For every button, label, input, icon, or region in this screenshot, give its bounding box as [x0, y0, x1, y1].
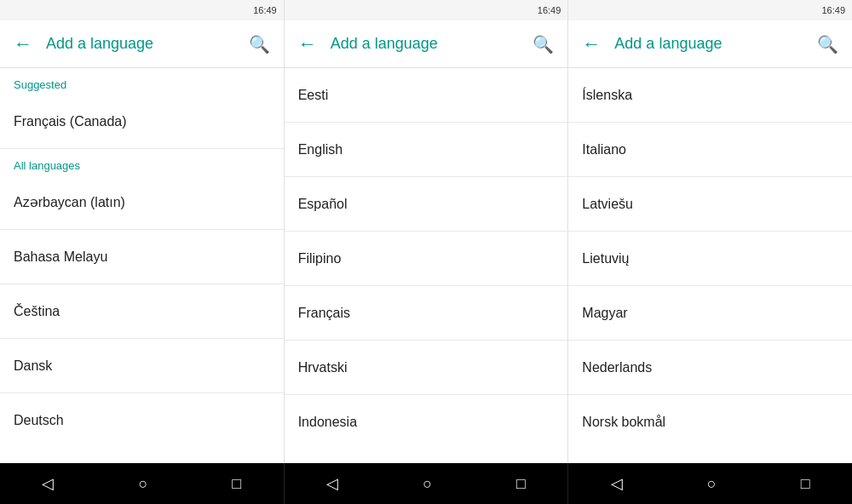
back-nav-button-3[interactable]: ◁ [604, 467, 630, 500]
home-nav-button-3[interactable]: ○ [700, 468, 723, 500]
toolbar-2: ← Add a language 🔍 [285, 20, 568, 68]
status-icons-2: 16:49 [538, 5, 561, 15]
list-item[interactable]: Français (Canada) [0, 94, 284, 149]
nav-bar-panel-1: ◁ ○ □ [0, 463, 285, 504]
list-item[interactable]: Hrvatski [285, 341, 568, 395]
section-header-all: All languages [0, 149, 284, 175]
status-icons-3: 16:49 [821, 5, 845, 15]
nav-bar-panel-2: ◁ ○ □ [285, 463, 569, 504]
search-button-3[interactable]: 🔍 [817, 34, 838, 54]
toolbar-title-2: Add a language [331, 35, 533, 53]
status-icons-1: 16:49 [253, 5, 277, 15]
status-bar: 16:49 16:49 16:49 [0, 0, 852, 20]
list-item[interactable]: Íslenska [568, 68, 852, 123]
toolbar-title-1: Add a language [46, 35, 249, 53]
list-item[interactable]: Deutsch [0, 393, 284, 448]
status-bar-panel-1: 16:49 [0, 0, 285, 20]
recent-nav-button-2[interactable]: □ [509, 468, 532, 500]
recent-nav-button-3[interactable]: □ [794, 468, 817, 500]
list-item[interactable]: Français [285, 286, 568, 341]
list-item[interactable]: Dansk [0, 339, 284, 393]
back-nav-button-1[interactable]: ◁ [35, 467, 60, 500]
list-1: Suggested Français (Canada) All language… [0, 68, 284, 463]
list-item[interactable]: Italiano [568, 123, 852, 177]
back-nav-button-2[interactable]: ◁ [320, 467, 345, 500]
status-time-3: 16:49 [821, 5, 845, 15]
search-button-1[interactable]: 🔍 [249, 34, 270, 54]
home-nav-button-2[interactable]: ○ [416, 468, 439, 500]
list-item[interactable]: Nederlands [568, 341, 852, 395]
panel-2: ← Add a language 🔍 Eesti English Español… [285, 20, 569, 463]
back-button-2[interactable]: ← [298, 33, 317, 55]
list-item[interactable]: Bahasa Melayu [0, 230, 284, 284]
list-item[interactable]: Magyar [568, 286, 852, 341]
panel-3: ← Add a language 🔍 Íslenska Italiano Lat… [568, 20, 852, 463]
list-item[interactable]: English [285, 123, 568, 177]
nav-bar-panel-3: ◁ ○ □ [568, 463, 852, 504]
list-item[interactable]: Azərbaycan (latın) [0, 175, 284, 230]
panel-1: ← Add a language 🔍 Suggested Français (C… [0, 20, 285, 463]
list-item[interactable]: Norsk bokmål [568, 395, 852, 450]
list-item[interactable]: Eesti [285, 68, 568, 123]
recent-nav-button-1[interactable]: □ [225, 468, 248, 500]
list-item[interactable]: Latviešu [568, 177, 852, 232]
list-2: Eesti English Español Filipino Français … [285, 68, 568, 463]
search-button-2[interactable]: 🔍 [532, 34, 554, 54]
home-nav-button-1[interactable]: ○ [131, 468, 154, 500]
section-header-suggested: Suggested [0, 68, 284, 94]
back-button-3[interactable]: ← [582, 33, 601, 55]
status-bar-panel-2: 16:49 [285, 0, 569, 20]
list-item[interactable]: Lietuvių [568, 232, 852, 286]
list-item[interactable]: Español [285, 177, 568, 232]
toolbar-3: ← Add a language 🔍 [568, 20, 852, 68]
status-time-1: 16:49 [253, 5, 277, 15]
list-3: Íslenska Italiano Latviešu Lietuvių Magy… [568, 68, 852, 463]
back-button-1[interactable]: ← [14, 33, 32, 55]
toolbar-1: ← Add a language 🔍 [0, 20, 284, 68]
list-item[interactable]: Filipino [285, 232, 568, 286]
main-content: ← Add a language 🔍 Suggested Français (C… [0, 20, 852, 463]
status-bar-panel-3: 16:49 [568, 0, 852, 20]
status-time-2: 16:49 [538, 5, 561, 15]
nav-bar: ◁ ○ □ ◁ ○ □ ◁ ○ □ [0, 463, 852, 504]
list-item[interactable]: Indonesia [285, 395, 568, 450]
toolbar-title-3: Add a language [614, 35, 817, 53]
list-item[interactable]: Čeština [0, 284, 284, 339]
